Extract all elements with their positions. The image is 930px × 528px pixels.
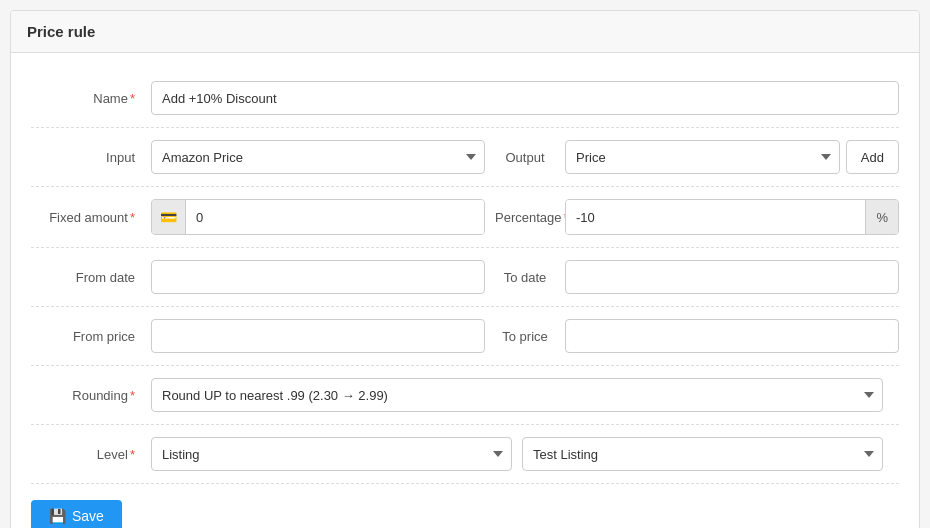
output-label: Output	[485, 150, 565, 165]
level-select[interactable]: Listing Product Category	[151, 437, 512, 471]
currency-icon: 💳	[152, 200, 186, 234]
name-row: Name*	[31, 69, 899, 128]
output-col: Price Sale Price Compare Price Add	[565, 140, 899, 174]
input-select-col: Amazon Price Sale Price Regular Price	[151, 140, 485, 174]
percentage-label: Percentage*	[485, 210, 565, 225]
to-date-label: To date	[485, 270, 565, 285]
level-required: *	[130, 447, 135, 462]
save-label: Save	[72, 508, 104, 524]
rounding-row: Rounding* Round UP to nearest .99 (2.30 …	[31, 366, 899, 425]
panel-header: Price rule	[11, 11, 919, 53]
rounding-col: Round UP to nearest .99 (2.30 → 2.99) Ro…	[151, 378, 883, 412]
fixed-amount-col: 💳	[151, 199, 485, 235]
save-icon: 💾	[49, 508, 66, 524]
fixed-amount-input[interactable]	[186, 200, 484, 234]
rounding-select[interactable]: Round UP to nearest .99 (2.30 → 2.99) Ro…	[151, 378, 883, 412]
name-input-col	[151, 81, 899, 115]
panel-title: Price rule	[27, 23, 903, 40]
form-body: Name* Input Amazon Price Sale Price Regu…	[11, 53, 919, 528]
percentage-col: %	[565, 199, 899, 235]
percentage-wrap: %	[565, 199, 899, 235]
level-row: Level* Listing Product Category Test Lis…	[31, 425, 899, 484]
rounding-label: Rounding*	[31, 388, 151, 403]
input-select[interactable]: Amazon Price Sale Price Regular Price	[151, 140, 485, 174]
from-date-col	[151, 260, 485, 294]
date-row: From date To date	[31, 248, 899, 307]
from-price-label: From price	[31, 329, 151, 344]
save-section: 💾 Save	[31, 484, 899, 528]
to-price-col	[565, 319, 899, 353]
price-rule-panel: Price rule Name* Input Amazon Price Sale…	[10, 10, 920, 528]
level2-select[interactable]: Test Listing All Listings	[522, 437, 883, 471]
level-label: Level*	[31, 447, 151, 462]
output-wrap: Price Sale Price Compare Price Add	[565, 140, 899, 174]
from-price-col	[151, 319, 485, 353]
percentage-input[interactable]	[566, 200, 865, 234]
fixed-required: *	[130, 210, 135, 225]
rounding-required: *	[130, 388, 135, 403]
level-col: Listing Product Category Test Listing Al…	[151, 437, 883, 471]
to-date-col	[565, 260, 899, 294]
name-label: Name*	[31, 91, 151, 106]
name-required: *	[130, 91, 135, 106]
add-button[interactable]: Add	[846, 140, 899, 174]
to-date-input[interactable]	[565, 260, 899, 294]
name-input[interactable]	[151, 81, 899, 115]
from-price-input[interactable]	[151, 319, 485, 353]
percentage-suffix: %	[865, 200, 898, 234]
fixed-percentage-row: Fixed amount* 💳 Percentage* %	[31, 187, 899, 248]
price-row: From price To price	[31, 307, 899, 366]
from-date-input[interactable]	[151, 260, 485, 294]
save-button[interactable]: 💾 Save	[31, 500, 122, 528]
fixed-amount-wrap: 💳	[151, 199, 485, 235]
to-price-input[interactable]	[565, 319, 899, 353]
input-output-row: Input Amazon Price Sale Price Regular Pr…	[31, 128, 899, 187]
to-price-label: To price	[485, 329, 565, 344]
output-select[interactable]: Price Sale Price Compare Price	[565, 140, 840, 174]
level-wrap: Listing Product Category Test Listing Al…	[151, 437, 883, 471]
input-label: Input	[31, 150, 151, 165]
fixed-amount-label: Fixed amount*	[31, 210, 151, 225]
from-date-label: From date	[31, 270, 151, 285]
